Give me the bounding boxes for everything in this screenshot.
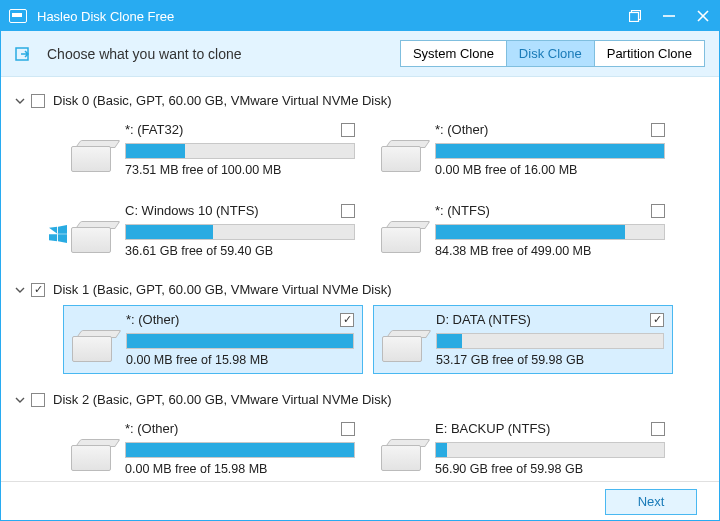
- partition-checkbox[interactable]: [341, 422, 355, 436]
- partition-card[interactable]: *: (FAT32)73.51 MB free of 100.00 MB: [63, 116, 363, 183]
- partition-grid: *: (Other)0.00 MB free of 15.98 MBE: BAC…: [13, 411, 707, 481]
- partition-card[interactable]: E: BACKUP (NTFS)56.90 GB free of 59.98 G…: [373, 415, 673, 481]
- partition-name: *: (NTFS): [435, 203, 651, 218]
- partition-free-text: 0.00 MB free of 16.00 MB: [435, 163, 665, 177]
- titlebar: Hasleo Disk Clone Free: [1, 1, 719, 31]
- partition-free-text: 84.38 MB free of 499.00 MB: [435, 244, 665, 258]
- usage-bar: [125, 224, 355, 240]
- disk-checkbox[interactable]: [31, 94, 45, 108]
- window-controls: [627, 8, 711, 24]
- partition-checkbox[interactable]: [341, 123, 355, 137]
- usage-bar: [435, 442, 665, 458]
- window-title: Hasleo Disk Clone Free: [37, 9, 627, 24]
- partition-checkbox[interactable]: [340, 313, 354, 327]
- partition-checkbox[interactable]: [341, 204, 355, 218]
- disk-label: Disk 2 (Basic, GPT, 60.00 GB, VMware Vir…: [53, 392, 392, 407]
- partition-name: E: BACKUP (NTFS): [435, 421, 651, 436]
- disk-label: Disk 0 (Basic, GPT, 60.00 GB, VMware Vir…: [53, 93, 392, 108]
- partition-name: *: (Other): [125, 421, 341, 436]
- disk-icon: [381, 437, 425, 471]
- partition-checkbox[interactable]: [651, 123, 665, 137]
- partition-card[interactable]: *: (NTFS)84.38 MB free of 499.00 MB: [373, 197, 673, 264]
- tab-partition-clone[interactable]: Partition Clone: [595, 41, 704, 66]
- partition-card[interactable]: *: (Other)0.00 MB free of 15.98 MB: [63, 415, 363, 481]
- disk-icon: [71, 138, 115, 172]
- disk-checkbox[interactable]: [31, 283, 45, 297]
- svg-rect-1: [630, 13, 639, 22]
- partition-name: D: DATA (NTFS): [436, 312, 650, 327]
- restore-icon[interactable]: [627, 8, 643, 24]
- tab-system-clone[interactable]: System Clone: [401, 41, 507, 66]
- next-button[interactable]: Next: [605, 489, 697, 515]
- disk-list[interactable]: Disk 0 (Basic, GPT, 60.00 GB, VMware Vir…: [1, 77, 719, 481]
- chevron-down-icon[interactable]: [13, 94, 27, 108]
- usage-bar: [125, 143, 355, 159]
- disk-icon: [71, 437, 115, 471]
- disk-icon: [72, 328, 116, 362]
- partition-checkbox[interactable]: [651, 204, 665, 218]
- usage-bar: [436, 333, 664, 349]
- disk-row: Disk 2 (Basic, GPT, 60.00 GB, VMware Vir…: [13, 388, 707, 411]
- partition-free-text: 53.17 GB free of 59.98 GB: [436, 353, 664, 367]
- subheader: Choose what you want to clone System Clo…: [1, 31, 719, 77]
- chevron-down-icon[interactable]: [13, 393, 27, 407]
- partition-name: *: (Other): [435, 122, 651, 137]
- minimize-icon[interactable]: [661, 8, 677, 24]
- partition-card[interactable]: D: DATA (NTFS)53.17 GB free of 59.98 GB: [373, 305, 673, 374]
- clone-mode-tabs: System Clone Disk Clone Partition Clone: [400, 40, 705, 67]
- disk-checkbox[interactable]: [31, 393, 45, 407]
- chevron-down-icon[interactable]: [13, 283, 27, 297]
- prompt-text: Choose what you want to clone: [47, 46, 400, 62]
- partition-grid: *: (FAT32)73.51 MB free of 100.00 MB*: (…: [13, 112, 707, 274]
- app-logo-icon: [9, 9, 27, 23]
- partition-free-text: 56.90 GB free of 59.98 GB: [435, 462, 665, 476]
- windows-disk-icon: [71, 219, 115, 253]
- partition-name: *: (FAT32): [125, 122, 341, 137]
- close-icon[interactable]: [695, 8, 711, 24]
- partition-free-text: 0.00 MB free of 15.98 MB: [125, 462, 355, 476]
- usage-bar: [126, 333, 354, 349]
- disk-icon: [382, 328, 426, 362]
- partition-checkbox[interactable]: [650, 313, 664, 327]
- usage-bar: [125, 442, 355, 458]
- disk-row: Disk 0 (Basic, GPT, 60.00 GB, VMware Vir…: [13, 89, 707, 112]
- partition-card[interactable]: *: (Other)0.00 MB free of 15.98 MB: [63, 305, 363, 374]
- footer: Next: [1, 481, 719, 521]
- disk-icon: [381, 219, 425, 253]
- disk-icon: [381, 138, 425, 172]
- partition-card[interactable]: *: (Other)0.00 MB free of 16.00 MB: [373, 116, 673, 183]
- partition-grid: *: (Other)0.00 MB free of 15.98 MBD: DAT…: [13, 301, 707, 384]
- partition-name: C: Windows 10 (NTFS): [125, 203, 341, 218]
- partition-name: *: (Other): [126, 312, 340, 327]
- disk-label: Disk 1 (Basic, GPT, 60.00 GB, VMware Vir…: [53, 282, 392, 297]
- clone-action-icon: [15, 45, 33, 63]
- partition-free-text: 73.51 MB free of 100.00 MB: [125, 163, 355, 177]
- usage-bar: [435, 224, 665, 240]
- usage-bar: [435, 143, 665, 159]
- partition-free-text: 36.61 GB free of 59.40 GB: [125, 244, 355, 258]
- tab-disk-clone[interactable]: Disk Clone: [507, 41, 595, 66]
- partition-checkbox[interactable]: [651, 422, 665, 436]
- partition-card[interactable]: C: Windows 10 (NTFS)36.61 GB free of 59.…: [63, 197, 363, 264]
- partition-free-text: 0.00 MB free of 15.98 MB: [126, 353, 354, 367]
- disk-row: Disk 1 (Basic, GPT, 60.00 GB, VMware Vir…: [13, 278, 707, 301]
